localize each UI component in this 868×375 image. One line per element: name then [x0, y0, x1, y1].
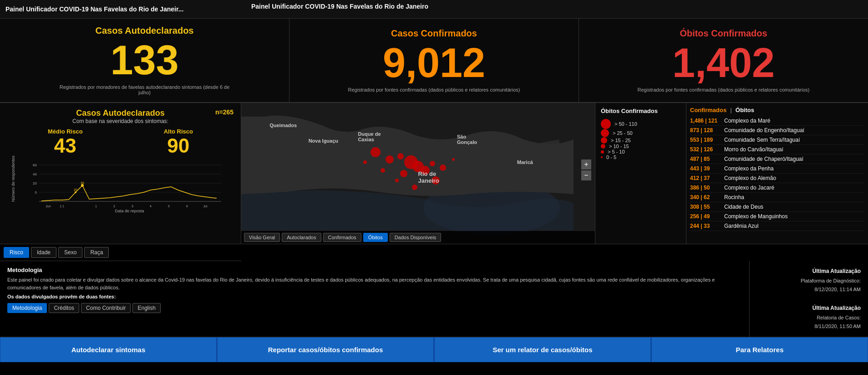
legend-item: > 10 - 15 — [601, 144, 680, 149]
community-item: 873 | 128Comunidade do Engenho/Itaguaí — [690, 126, 864, 135]
stat-obitos: Óbitos Confirmados 1,402 Registrados por… — [579, 19, 868, 102]
map-tab-obitos[interactable]: Óbitos — [363, 233, 388, 242]
map-zoom-controls: + − — [581, 159, 591, 180]
left-panel: Casos Autodeclarados Com base na severid… — [0, 103, 241, 244]
tab-idade[interactable]: Idade — [31, 247, 56, 258]
community-item: 340 | 62Rocinha — [690, 193, 864, 202]
legend-item: > 15 - 25 — [601, 137, 680, 144]
svg-text:20: 20 — [33, 181, 37, 185]
left-tabs-row: Risco Idade Sexo Raça — [0, 244, 241, 261]
action-button[interactable]: Reportar casos/óbitos confirmados — [217, 337, 434, 362]
stat-autodeclarados-sub: Registrados por moradores de favelas aut… — [54, 84, 236, 95]
map-dot — [397, 153, 404, 159]
legend-items: > 50 - 110> 25 - 50> 15 - 25> 10 - 15> 5… — [601, 119, 680, 160]
legend-item: 0 - 5 — [601, 154, 680, 160]
svg-text:0: 0 — [35, 190, 37, 195]
bottom-tab-metodologia[interactable]: Metodologia — [7, 303, 47, 313]
map-dot — [395, 179, 399, 182]
action-button[interactable]: Autodeclarar sintomas — [0, 337, 217, 362]
map-tabs-row: Visão Geral Autoclarados Confirmados Óbi… — [241, 231, 595, 244]
map-dot — [430, 161, 435, 166]
community-item: 256 | 49Complexo de Manguinhos — [690, 212, 864, 221]
header-title-left: Painel Unificador COVID-19 Nas Favelas d… — [0, 3, 241, 15]
svg-text:20: 20 — [74, 188, 77, 191]
header-sep: | — [730, 107, 732, 113]
action-button[interactable]: Para Relatores — [651, 337, 868, 362]
legend-dot — [601, 150, 604, 154]
update-date-2: 8/11/2020, 11:50 AM — [757, 322, 861, 331]
community-item: 244 | 33Gardênia Azul — [690, 221, 864, 231]
svg-text:Jun: Jun — [46, 205, 51, 208]
chart-x-label: Data de reposta — [25, 209, 233, 213]
header-title-right: Painel Unificador COVID-19 Nas Favelas d… — [246, 0, 868, 13]
svg-text:1 1: 1 1 — [60, 205, 64, 208]
stat-obitos-sub: Registrados por fontes confirmadas (dado… — [638, 87, 810, 92]
action-button[interactable]: Ser um relator de casos/óbitos — [434, 337, 651, 362]
alto-risco-label: Alto Risco — [164, 128, 193, 135]
left-panel-title: Casos Autodeclarados — [7, 108, 233, 118]
community-list-panel: Confirmados | Óbitos 1,486 | 121Complexo… — [686, 103, 868, 244]
legend-dot — [601, 144, 605, 149]
stat-confirmados: Casos Confirmados 9,012 Registrados por … — [289, 19, 579, 102]
community-list: 1,486 | 121Complexo da Maré873 | 128Comu… — [690, 116, 864, 231]
header-confirmed[interactable]: Confirmados — [690, 107, 726, 113]
stats-row: Casos Autodeclarados 133 Registrados por… — [0, 19, 868, 103]
svg-text:36: 36 — [81, 181, 84, 185]
update-title-2: Última Atualização — [757, 303, 861, 313]
svg-text:5: 5 — [168, 205, 170, 208]
metodologia-bold: Os dados divulgados provêm de duas fonte… — [7, 294, 742, 299]
bottom-tab-creditos[interactable]: Créditos — [49, 303, 79, 313]
chart-y-label: Número de respondentes — [11, 155, 15, 202]
n-label: n=265 — [215, 108, 233, 116]
legend-dot — [601, 129, 609, 137]
svg-text:40: 40 — [33, 172, 37, 176]
tab-risco[interactable]: Risco — [4, 247, 29, 258]
risk-row: Médio Risco 43 Alto Risco 90 — [7, 128, 233, 157]
legend-item: > 5 - 10 — [601, 149, 680, 154]
main-row: Casos Autodeclarados Com base na severid… — [0, 103, 868, 244]
map-tab-confirmados[interactable]: Confirmados — [323, 233, 361, 242]
tab-raca[interactable]: Raça — [84, 247, 109, 258]
map-tab-visao-geral[interactable]: Visão Geral — [244, 233, 280, 242]
stat-autodeclarados-label: Casos Autodeclarados — [96, 26, 194, 36]
stat-obitos-number: 1,402 — [672, 42, 775, 83]
bottom-info: Metodologia Este painel foi criado para … — [0, 261, 868, 337]
legend-dot — [601, 156, 603, 158]
header-left: Painel Unificador COVID-19 Nas Favelas d… — [0, 0, 241, 18]
header-right: Painel Unificador COVID-19 Nas Favelas d… — [241, 0, 868, 18]
zoom-out-button[interactable]: − — [581, 170, 591, 180]
header-obitos[interactable]: Óbitos — [736, 107, 754, 113]
svg-text:6: 6 — [186, 205, 188, 208]
bottom-tab-english[interactable]: English — [132, 303, 160, 313]
stat-autodeclarados-number: 133 — [110, 40, 178, 81]
map-tab-dados[interactable]: Dados Disponíveis — [390, 233, 442, 242]
chart-area: Número de respondentes 60 40 20 0 36 — [7, 160, 233, 238]
tab-sexo[interactable]: Sexo — [58, 247, 82, 258]
stat-confirmados-sub: Registrados por fontes confirmadas (dado… — [348, 87, 520, 92]
zoom-in-button[interactable]: + — [581, 159, 591, 170]
update-title-1: Última Atualização — [757, 267, 861, 277]
alto-risco-block: Alto Risco 90 — [164, 128, 193, 157]
map-label-queimados: Queimados — [269, 123, 297, 128]
legend-item: > 25 - 50 — [601, 129, 680, 137]
alto-risco-value: 90 — [164, 135, 193, 157]
map-label-duque: Duque deCaxias — [358, 131, 381, 142]
map-panel: Nova Iguaçu Duque deCaxias SãoGonçalo Ri… — [241, 103, 595, 244]
svg-text:60: 60 — [33, 163, 37, 167]
community-item: 1,486 | 121Complexo da Maré — [690, 116, 864, 126]
svg-text:1: 1 — [95, 205, 97, 208]
community-item: 308 | 55Cidade de Deus — [690, 202, 864, 212]
community-item: 553 | 189Comunidade Sem Terra/Itaguaí — [690, 135, 864, 145]
legend-dot — [601, 119, 611, 129]
map-dot — [452, 158, 455, 161]
map-dot — [386, 155, 394, 164]
map-tab-autodeclarados[interactable]: Autoclarados — [282, 233, 321, 242]
metodologia-text: Este painel foi criado para coletar e di… — [7, 276, 742, 291]
community-item: 487 | 85Comunidade de Chaperó/Itaguaí — [690, 154, 864, 164]
medio-risco-block: Médio Risco 43 — [48, 128, 83, 157]
bottom-tabs: Metodologia Créditos Como Contribuir Eng… — [7, 303, 742, 313]
bottom-tab-como[interactable]: Como Contribuir — [81, 303, 131, 313]
svg-text:Jul: Jul — [203, 205, 208, 208]
update-panel: Última Atualização Plataforma de Diagnós… — [750, 261, 868, 337]
left-panel-subtitle: Com base na severidade dos sintomas: — [7, 118, 233, 124]
